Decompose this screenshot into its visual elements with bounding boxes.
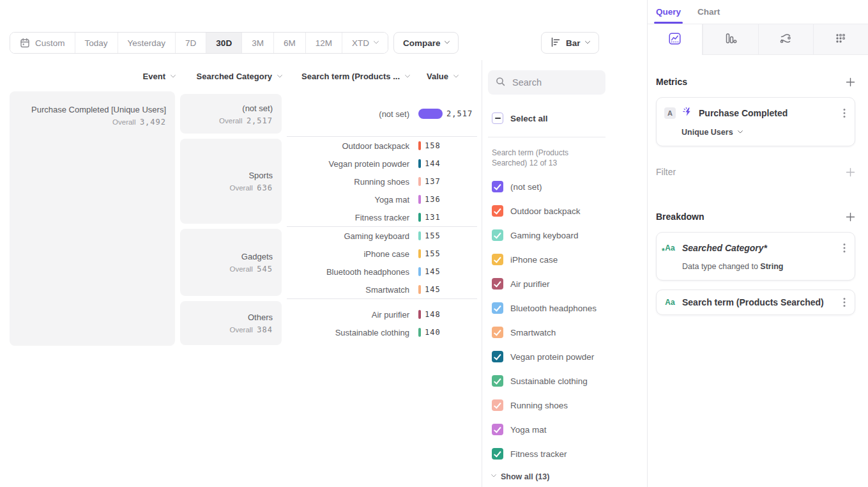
legend-list: (not set)Outdoor backpackGaming keyboard… [488, 181, 647, 460]
column-headers: Event Searched Category Search term (Pro… [10, 72, 458, 81]
category-name: Sports [248, 170, 273, 181]
checked-checkbox[interactable] [492, 327, 503, 338]
date-range-label: Yesterday [128, 38, 166, 48]
tab-funnels[interactable] [703, 24, 758, 55]
legend-item[interactable]: Bluetooth headphones [492, 302, 647, 314]
table-row[interactable]: Bluetooth headphones145 [287, 263, 477, 281]
date-range-custom[interactable]: Custom [10, 33, 75, 53]
table-row[interactable]: Outdoor backpack158 [287, 137, 477, 155]
add-filter-button[interactable] [846, 167, 855, 177]
legend-search-input[interactable] [511, 77, 594, 88]
column-header-event[interactable]: Event [10, 72, 175, 81]
legend-item[interactable]: Running shoes [492, 399, 647, 411]
column-header-label: Event [143, 72, 165, 81]
legend-item[interactable]: iPhone case [492, 254, 647, 265]
table-row[interactable]: Gaming keyboard155 [287, 227, 477, 245]
legend-item[interactable]: Vegan protein powder [492, 351, 647, 362]
date-range-6m[interactable]: 6M [273, 33, 305, 53]
value-label: 131 [425, 213, 441, 222]
tab-insights[interactable] [648, 24, 703, 55]
table-row[interactable]: (not set)2,517 [287, 105, 477, 123]
table-row[interactable]: Running shoes137 [287, 173, 477, 190]
chevron-down-icon [491, 472, 496, 477]
search-term-label: Vegan protein powder [287, 159, 409, 169]
date-range-xtd[interactable]: XTD [342, 33, 388, 53]
category-cell[interactable]: (not set)Overall 2,517 [180, 94, 282, 134]
chart-type-button[interactable]: Bar [541, 32, 599, 54]
overall-label: Overall [229, 184, 252, 192]
date-range-label: 3M [252, 38, 264, 48]
event-cell[interactable]: Purchase Completed [Unique Users] Overal… [10, 91, 175, 346]
checked-checkbox[interactable] [492, 254, 503, 265]
checked-checkbox[interactable] [492, 302, 503, 314]
counting-method-dropdown[interactable]: Unique Users [681, 128, 847, 137]
compare-button[interactable]: Compare [393, 32, 459, 54]
table-row[interactable]: Yoga mat136 [287, 190, 477, 208]
table-row[interactable]: Vegan protein powder144 [287, 155, 477, 173]
date-range-yesterday[interactable]: Yesterday [118, 33, 176, 53]
checked-checkbox[interactable] [492, 399, 503, 411]
search-term-label: Running shoes [287, 177, 409, 187]
metric-card[interactable]: A Purchase Completed Unique Users [656, 97, 855, 146]
breakdown-card-searched-category[interactable]: Aa* Searched Category* Data type changed… [656, 232, 855, 281]
date-range-3m[interactable]: 3M [241, 33, 273, 53]
tab-retention[interactable] [813, 24, 868, 55]
legend-item[interactable]: Gaming keyboard [492, 229, 647, 241]
chevron-down-icon [453, 72, 459, 77]
kebab-menu-icon[interactable] [842, 296, 847, 309]
legend-item-label: Bluetooth headphones [510, 304, 597, 313]
kebab-menu-icon[interactable] [842, 242, 847, 254]
date-range-30d[interactable]: 30D [206, 33, 241, 53]
kebab-menu-icon[interactable] [842, 107, 847, 120]
legend-item[interactable]: Sustainable clothing [492, 375, 647, 387]
chevron-down-icon [445, 38, 450, 43]
chevron-down-icon [584, 38, 590, 43]
checked-checkbox[interactable] [492, 448, 503, 460]
legend-item[interactable]: Fitness tracker [492, 448, 647, 460]
checked-checkbox[interactable] [492, 205, 503, 217]
add-breakdown-button[interactable] [846, 212, 855, 222]
breakdown-card-search-term[interactable]: Aa Search term (Products Searched) [656, 290, 855, 315]
table-row[interactable]: Air purifier148 [287, 305, 477, 323]
select-all-checkbox[interactable] [492, 112, 503, 124]
indeterminate-dash-icon [495, 118, 501, 119]
date-range-12m[interactable]: 12M [305, 33, 342, 53]
category-cell[interactable]: OthersOverall 384 [180, 301, 282, 345]
select-all-row[interactable]: Select all [488, 112, 647, 124]
table-row[interactable]: iPhone case155 [287, 245, 477, 263]
tab-flows[interactable] [758, 24, 813, 55]
table-row[interactable]: Smartwatch145 [287, 281, 477, 298]
table-row[interactable]: Fitness tracker131 [287, 208, 477, 226]
legend-item[interactable]: Yoga mat [492, 424, 647, 435]
legend-filter-panel: Select all Search term (Products Searche… [482, 60, 647, 487]
tab-chart[interactable]: Chart [697, 7, 720, 17]
show-all-button[interactable]: Show all (13) [488, 472, 647, 481]
value-label: 155 [425, 249, 441, 258]
date-range-today[interactable]: Today [75, 33, 118, 53]
checked-checkbox[interactable] [492, 181, 503, 192]
date-range-7d[interactable]: 7D [175, 33, 206, 53]
checked-checkbox[interactable] [492, 424, 503, 435]
table-row[interactable]: Sustainable clothing140 [287, 323, 477, 341]
column-header-search-term[interactable]: Search term (Products ... [287, 72, 409, 81]
legend-item[interactable]: Air purifier [492, 278, 647, 290]
query-builder-body: Metrics A Purchase Completed U [648, 77, 868, 315]
column-header-searched-category[interactable]: Searched Category [180, 72, 282, 81]
legend-item[interactable]: (not set) [492, 181, 647, 192]
checked-checkbox[interactable] [492, 351, 503, 362]
tab-query[interactable]: Query [656, 7, 681, 17]
category-cell[interactable]: GadgetsOverall 545 [180, 229, 282, 296]
category-cell[interactable]: SportsOverall 636 [180, 139, 282, 224]
value-label: 2,517 [446, 109, 473, 118]
legend-item[interactable]: Outdoor backpack [492, 205, 647, 217]
legend-search-box[interactable] [488, 70, 605, 95]
add-metric-button[interactable] [846, 77, 855, 87]
metrics-section-header: Metrics [656, 77, 855, 87]
value-bar [418, 177, 421, 186]
checked-checkbox[interactable] [492, 375, 503, 387]
checked-checkbox[interactable] [492, 229, 503, 241]
legend-item[interactable]: Smartwatch [492, 327, 647, 338]
column-header-value[interactable]: Value [427, 72, 458, 81]
checked-checkbox[interactable] [492, 278, 503, 290]
category-name: Others [248, 312, 273, 323]
